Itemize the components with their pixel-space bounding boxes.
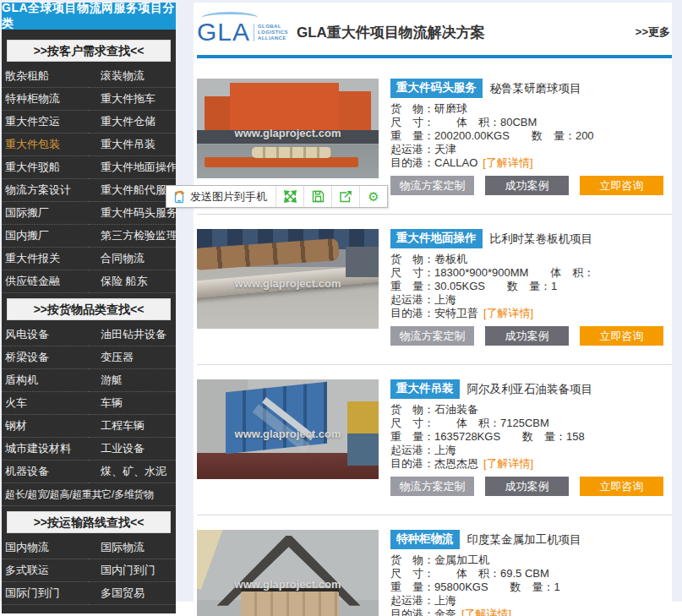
sidebar-item[interactable]: 车辆 <box>89 392 176 415</box>
detail-link[interactable]: [了解详情] <box>483 156 532 169</box>
sidebar-section-cargo-type: >>按货物品类查找<< 风电设备 油田钻井设备 桥梁设备 变压器 盾构机 游艇 <box>2 298 176 506</box>
more-link[interactable]: >>更多 <box>636 25 670 40</box>
detail-link[interactable]: [了解详情] <box>461 608 511 616</box>
sidebar-item[interactable]: 重大件拖车 <box>89 88 176 111</box>
page: GLA全球项目物流网服务项目分类 >>按客户需求查找<< 散杂租船 滚装物流 特… <box>0 0 682 602</box>
sidebar-item[interactable]: 火车 <box>2 392 89 415</box>
sidebar-item[interactable]: 重大件地面操作 <box>89 156 176 179</box>
success-cases-button[interactable]: 成功案例 <box>485 326 569 346</box>
sidebar-item[interactable]: 钢材 <box>2 415 89 438</box>
consult-now-button[interactable]: 立即咨询 <box>580 477 663 496</box>
sidebar-item[interactable]: 多式联运 <box>2 559 89 582</box>
dest-line: 目的港：CALLAO[了解详情] <box>390 156 672 170</box>
send-to-phone-label: 发送图片到手机 <box>190 189 267 204</box>
sidebar-item[interactable]: 国际门到门 <box>2 582 89 605</box>
project-photo[interactable]: www.glaproject.com <box>197 530 379 616</box>
service-badge[interactable]: 重大件地面操作 <box>390 229 483 248</box>
sidebar-item[interactable]: 城市建设材料 <box>2 438 89 461</box>
qty-label: 数 量： <box>510 581 554 593</box>
sidebar-item[interactable]: 物流方案设计 <box>2 179 89 202</box>
sidebar-item[interactable]: 特种柜物流 <box>2 88 89 111</box>
sidebar-item[interactable]: 游艇 <box>89 369 176 392</box>
cargo-label: 货 物： <box>390 253 434 265</box>
sidebar-item[interactable]: 保险 船东 <box>89 270 176 293</box>
sidebar-item[interactable]: 风电设备 <box>2 324 89 346</box>
project-photo[interactable]: www.glaproject.com <box>197 229 379 329</box>
origin-line: 起运港：上海 <box>390 293 672 307</box>
image-settings-button[interactable]: ⚙ <box>359 186 387 207</box>
size-line: 尺 寸：体 积：7125CBM <box>390 417 672 430</box>
detail-link[interactable]: [了解详情] <box>483 307 533 319</box>
sidebar-item[interactable]: 散杂租船 <box>2 65 89 88</box>
project-title[interactable]: 秘鲁某研磨球项目 <box>490 81 581 96</box>
sidebar-item[interactable]: 重大件空运 <box>2 111 89 134</box>
sidebar-item[interactable]: 重大件仓储 <box>89 111 176 134</box>
cargo-label: 货 物： <box>390 403 434 416</box>
sidebar-item[interactable]: 工业设备 <box>89 438 176 461</box>
consult-now-button[interactable]: 立即咨询 <box>580 326 663 346</box>
photo-shape <box>226 382 327 455</box>
project-title[interactable]: 比利时某卷板机项目 <box>490 232 593 247</box>
photo-shape <box>197 453 379 479</box>
expand-image-button[interactable] <box>276 186 303 207</box>
customize-plan-button[interactable]: 物流方案定制 <box>390 176 474 195</box>
sidebar-item[interactable]: 第三方检验监理 <box>89 225 176 248</box>
customize-plan-button[interactable]: 物流方案定制 <box>390 326 474 346</box>
sidebar-item[interactable]: 国内门到门 <box>89 559 176 582</box>
send-to-phone-button[interactable]: 发送图片到手机 <box>166 186 276 207</box>
project-card: www.glaproject.com 重大件码头服务 秘鲁某研磨球项目 货 物：… <box>197 79 672 195</box>
sidebar-item[interactable]: 国际物流 <box>89 537 176 559</box>
sidebar-item[interactable]: 多国贸易 <box>89 582 176 605</box>
image-hover-toolbar: 发送图片到手机 <box>166 185 388 208</box>
sidebar-item[interactable]: 重大件吊装 <box>89 134 176 156</box>
service-badge[interactable]: 重大件码头服务 <box>390 79 483 98</box>
volume-value: 80CBM <box>500 116 537 128</box>
sidebar-item[interactable]: 重大件码头服务 <box>89 202 176 225</box>
sidebar-item[interactable]: 供应链金融 <box>2 270 89 293</box>
sidebar-item[interactable]: 重大件驳船 <box>2 156 89 179</box>
success-cases-button[interactable]: 成功案例 <box>485 176 569 195</box>
sidebar-item[interactable]: 国内物流 <box>2 537 89 559</box>
sidebar-item[interactable]: 桥梁设备 <box>2 346 89 369</box>
size-label: 尺 寸： <box>390 417 434 429</box>
project-photo[interactable]: www.glaproject.com <box>197 79 379 178</box>
sidebar-item[interactable]: 国内搬厂 <box>2 225 89 248</box>
detail-link[interactable]: [了解详情] <box>483 457 533 470</box>
sidebar-item[interactable]: 煤、矿、水泥 <box>89 461 176 483</box>
success-cases-button[interactable]: 成功案例 <box>485 477 569 496</box>
size-label: 尺 寸： <box>390 116 434 128</box>
qty-value: 200 <box>576 129 594 142</box>
sidebar-item[interactable]: 合同物流 <box>89 248 176 270</box>
sidebar-item[interactable]: 超长/超宽/超高/超重其它/多维货物 <box>2 483 176 506</box>
sidebar-item[interactable]: 变压器 <box>89 346 176 369</box>
service-badge[interactable]: 特种柜物流 <box>390 530 460 549</box>
sidebar-item[interactable]: 盾构机 <box>2 369 89 392</box>
weight-value: 200200.00KGS <box>434 129 510 142</box>
sidebar-item[interactable]: 工程车辆 <box>89 415 176 438</box>
cargo-line: 货 物：卷板机 <box>390 253 672 266</box>
service-badge[interactable]: 重大件吊装 <box>390 379 460 399</box>
sidebar-item[interactable]: 重大件包装 <box>2 134 89 156</box>
sidebar-items: 风电设备 油田钻井设备 桥梁设备 变压器 盾构机 游艇 火车 车辆 <box>2 324 176 506</box>
size-label: 尺 寸： <box>390 266 434 279</box>
consult-now-button[interactable]: 立即咨询 <box>580 176 663 195</box>
project-photo[interactable]: www.glaproject.com <box>197 379 379 479</box>
sidebar-item[interactable]: 重大件报关 <box>2 248 89 270</box>
sidebar-item[interactable]: 机器设备 <box>2 461 89 483</box>
sidebar-item[interactable]: 油田钻井设备 <box>89 324 176 346</box>
qty-value: 158 <box>566 430 585 443</box>
customize-plan-button[interactable]: 物流方案定制 <box>390 477 474 496</box>
photo-shape <box>241 591 339 616</box>
project-title[interactable]: 阿尔及利亚石油装备项目 <box>467 382 593 397</box>
dest-line: 目的港：金奈[了解详情] <box>390 608 672 616</box>
sidebar-item[interactable]: 重大件船代服务 <box>89 179 176 202</box>
save-image-button[interactable] <box>303 186 331 207</box>
sidebar-item[interactable]: 滚装物流 <box>89 65 176 88</box>
project-card: www.glaproject.com 重大件地面操作 比利时某卷板机项目 货 物… <box>197 229 672 346</box>
qty-label: 数 量： <box>522 430 566 443</box>
sidebar-item[interactable]: 国际搬厂 <box>2 202 89 225</box>
weight-line: 重 量：200200.00KGS数 量：200 <box>390 129 672 143</box>
share-image-button[interactable] <box>331 186 359 207</box>
card-divider <box>197 364 672 365</box>
project-title[interactable]: 印度某金属加工机项目 <box>467 532 581 548</box>
